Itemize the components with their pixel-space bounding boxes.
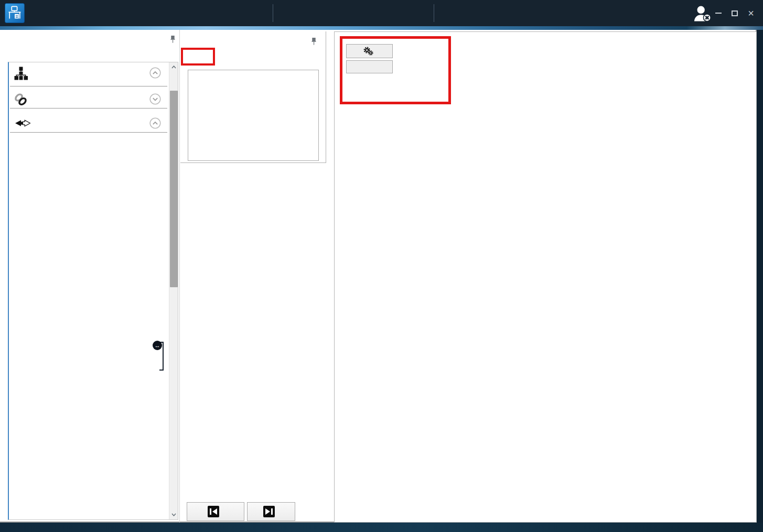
collapse-up-icon[interactable] [149, 67, 161, 79]
reroutes-title [33, 90, 167, 94]
line-programming-title [33, 114, 167, 118]
minimize-button[interactable] [714, 9, 723, 17]
gears-icon [363, 47, 373, 56]
status-strip [0, 523, 763, 532]
next-button[interactable] [247, 502, 295, 521]
close-button[interactable]: × [747, 9, 755, 17]
titlebar-divider [273, 4, 273, 22]
line-programming-icon [14, 118, 30, 128]
next-icon [263, 506, 275, 517]
title-bar: × [0, 0, 763, 26]
process-definition-tree-panel [8, 62, 178, 520]
app-logo-icon[interactable] [5, 3, 25, 23]
previous-button[interactable] [187, 502, 244, 521]
process-flow-title [33, 63, 167, 65]
accent-stripe [0, 26, 763, 30]
scroll-down-icon[interactable] [169, 511, 178, 519]
vertical-scrollbar[interactable] [169, 62, 178, 519]
previous-icon [208, 506, 219, 517]
chain-link-icon [14, 92, 28, 107]
reroutes-section-header[interactable] [10, 90, 167, 108]
collapse-up-icon[interactable] [149, 117, 161, 129]
machine-table [188, 70, 319, 161]
maximize-button[interactable] [730, 9, 739, 17]
user-logout-icon[interactable] [692, 4, 713, 23]
dock-splitter[interactable] [179, 30, 180, 523]
setup-button[interactable] [346, 44, 393, 58]
main-content-panel [334, 31, 757, 523]
pin-icon[interactable] [169, 35, 176, 46]
collapse-down-icon[interactable] [149, 93, 161, 105]
org-chart-icon [14, 66, 28, 81]
machine-list-panel [180, 31, 326, 163]
clear-setup-button[interactable] [346, 60, 393, 73]
pin-icon[interactable] [310, 37, 317, 48]
line-programming-section-header[interactable] [10, 114, 167, 133]
machine-table-header [188, 70, 318, 82]
titlebar-divider [434, 4, 434, 22]
window-controls: × [714, 0, 755, 26]
scrollbar-thumb[interactable] [170, 91, 178, 287]
reroute-indicator-icon[interactable]: ↔ [153, 341, 162, 350]
process-flow-section-header[interactable] [10, 63, 167, 86]
scroll-up-icon[interactable] [169, 63, 178, 71]
